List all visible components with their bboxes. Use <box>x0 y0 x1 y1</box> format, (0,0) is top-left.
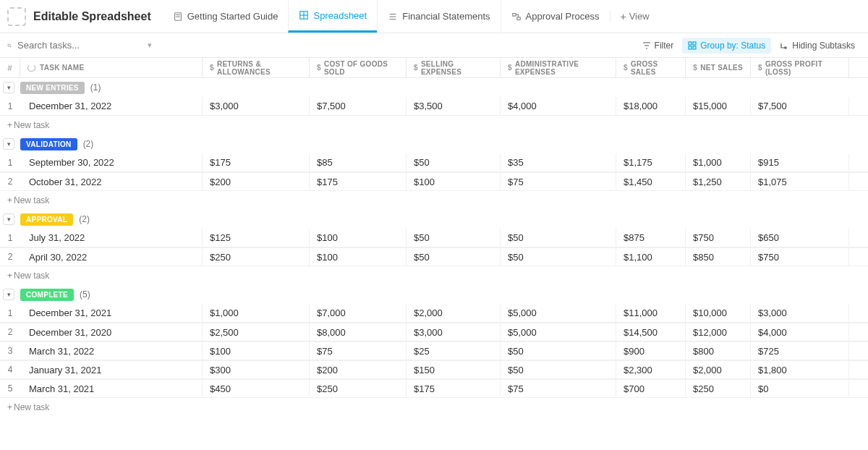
cell-gross-sales[interactable]: $14,500 <box>616 323 686 341</box>
cell-admin[interactable]: $5,000 <box>501 323 616 341</box>
cell-gross-sales[interactable]: $1,100 <box>616 248 686 266</box>
collapse-icon[interactable]: ▾ <box>3 289 14 300</box>
cell-gross-profit[interactable]: $915 <box>751 153 849 171</box>
cell-selling[interactable]: $50 <box>407 248 501 266</box>
table-row[interactable]: 1 September 30, 2022 $175 $85 $50 $35 $1… <box>0 153 868 172</box>
table-row[interactable]: 1 July 31, 2022 $125 $100 $50 $50 $875 $… <box>0 229 868 247</box>
new-task-button[interactable]: + New task <box>0 116 868 135</box>
cell-returns[interactable]: $1,000 <box>203 304 310 322</box>
cell-admin[interactable]: $35 <box>501 153 616 171</box>
cell-gross-sales[interactable]: $1,450 <box>616 173 686 190</box>
cell-admin[interactable]: $50 <box>501 248 616 266</box>
cell-gross-sales[interactable]: $2,300 <box>616 361 686 378</box>
cell-selling[interactable]: $175 <box>407 380 501 397</box>
cell-net-sales[interactable]: $750 <box>686 229 751 247</box>
cell-gross-profit[interactable]: $0 <box>751 380 849 397</box>
cell-net-sales[interactable]: $850 <box>686 248 751 266</box>
task-cell[interactable]: September 30, 2022 <box>20 153 203 171</box>
new-task-button[interactable]: + New task <box>0 191 868 210</box>
collapse-icon[interactable]: ▾ <box>3 82 14 93</box>
task-cell[interactable]: April 30, 2022 <box>20 248 203 266</box>
col-cogs[interactable]: $COST OF GOODS SOLD <box>310 58 407 77</box>
new-task-button[interactable]: + New task <box>0 398 868 417</box>
cell-cogs[interactable]: $200 <box>310 361 407 378</box>
cell-gross-profit[interactable]: $3,000 <box>751 304 849 322</box>
cell-gross-profit[interactable]: $7,500 <box>751 97 849 115</box>
cell-gross-profit[interactable]: $725 <box>751 342 849 360</box>
cell-net-sales[interactable]: $15,000 <box>686 97 751 115</box>
cell-returns[interactable]: $125 <box>203 229 310 247</box>
cell-admin[interactable]: $75 <box>501 173 616 190</box>
chevron-down-icon[interactable]: ▾ <box>148 41 152 50</box>
col-returns-allowances[interactable]: $RETURNS & ALLOWANCES <box>203 58 310 77</box>
cell-cogs[interactable]: $100 <box>310 229 407 247</box>
cell-returns[interactable]: $250 <box>203 248 310 266</box>
col-task-name[interactable]: TASK NAME <box>20 58 203 77</box>
status-badge[interactable]: APPROVAL <box>20 213 73 226</box>
cell-cogs[interactable]: $175 <box>310 173 407 190</box>
search-input[interactable] <box>17 40 139 51</box>
cell-selling[interactable]: $25 <box>407 342 501 360</box>
cell-gross-sales[interactable]: $900 <box>616 342 686 360</box>
cell-returns[interactable]: $100 <box>203 342 310 360</box>
cell-gross-sales[interactable]: $875 <box>616 229 686 247</box>
cell-cogs[interactable]: $8,000 <box>310 323 407 341</box>
filter-button[interactable]: Filter <box>637 38 680 54</box>
cell-gross-profit[interactable]: $650 <box>751 229 849 247</box>
cell-admin[interactable]: $75 <box>501 380 616 397</box>
task-cell[interactable]: December 31, 2020 <box>20 323 203 341</box>
table-row[interactable]: 4 January 31, 2021 $300 $200 $150 $50 $2… <box>0 360 868 379</box>
task-cell[interactable]: March 31, 2021 <box>20 380 203 397</box>
status-badge[interactable]: NEW ENTRIES <box>20 82 85 94</box>
cell-admin[interactable]: $4,000 <box>501 97 616 115</box>
task-cell[interactable]: December 31, 2022 <box>20 97 203 115</box>
table-row[interactable]: 2 October 31, 2022 $200 $175 $100 $75 $1… <box>0 172 868 191</box>
cell-cogs[interactable]: $75 <box>310 342 407 360</box>
cell-net-sales[interactable]: $800 <box>686 342 751 360</box>
cell-cogs[interactable]: $250 <box>310 380 407 397</box>
hiding-button[interactable]: Hiding Subtasks <box>774 38 861 54</box>
cell-gross-sales[interactable]: $700 <box>616 380 686 397</box>
cell-gross-profit[interactable]: $1,800 <box>751 361 849 378</box>
cell-selling[interactable]: $3,000 <box>407 323 501 341</box>
cell-admin[interactable]: $50 <box>501 361 616 378</box>
cell-net-sales[interactable]: $2,000 <box>686 361 751 378</box>
cell-net-sales[interactable]: $1,000 <box>686 153 751 171</box>
cell-net-sales[interactable]: $10,000 <box>686 304 751 322</box>
cell-cogs[interactable]: $100 <box>310 248 407 266</box>
cell-admin[interactable]: $50 <box>501 229 616 247</box>
cell-gross-sales[interactable]: $1,175 <box>616 153 686 171</box>
collapse-icon[interactable]: ▾ <box>3 213 14 225</box>
cell-gross-sales[interactable]: $18,000 <box>616 97 686 115</box>
cell-admin[interactable]: $5,000 <box>501 304 616 322</box>
add-view-button[interactable]: + View <box>610 11 660 22</box>
cell-selling[interactable]: $50 <box>407 153 501 171</box>
tab-getting-started[interactable]: Getting Started Guide <box>163 0 289 33</box>
cell-returns[interactable]: $3,000 <box>203 97 310 115</box>
cell-selling[interactable]: $100 <box>407 173 501 190</box>
table-row[interactable]: 2 December 31, 2020 $2,500 $8,000 $3,000… <box>0 323 868 341</box>
cell-selling[interactable]: $2,000 <box>407 304 501 322</box>
task-cell[interactable]: October 31, 2022 <box>20 173 203 190</box>
task-cell[interactable]: July 31, 2022 <box>20 229 203 247</box>
cell-selling[interactable]: $150 <box>407 361 501 378</box>
task-cell[interactable]: January 31, 2021 <box>20 361 203 378</box>
table-row[interactable]: 1 December 31, 2021 $1,000 $7,000 $2,000… <box>0 304 868 323</box>
col-selling-exp[interactable]: $SELLING EXPENSES <box>407 58 501 77</box>
cell-selling[interactable]: $50 <box>407 229 501 247</box>
col-net-sales[interactable]: $NET SALES <box>686 58 751 77</box>
tab-spreadsheet[interactable]: Spreadsheet <box>288 0 377 33</box>
table-row[interactable]: 2 April 30, 2022 $250 $100 $50 $50 $1,10… <box>0 247 868 266</box>
cell-net-sales[interactable]: $250 <box>686 380 751 397</box>
cell-gross-profit[interactable]: $4,000 <box>751 323 849 341</box>
cell-gross-sales[interactable]: $11,000 <box>616 304 686 322</box>
cell-returns[interactable]: $175 <box>203 153 310 171</box>
cell-cogs[interactable]: $85 <box>310 153 407 171</box>
task-cell[interactable]: December 31, 2021 <box>20 304 203 322</box>
tab-financial[interactable]: Financial Statements <box>377 0 500 33</box>
cell-net-sales[interactable]: $1,250 <box>686 173 751 190</box>
tab-approval[interactable]: Approval Process <box>501 0 610 33</box>
cell-net-sales[interactable]: $12,000 <box>686 323 751 341</box>
cell-returns[interactable]: $450 <box>203 380 310 397</box>
new-task-button[interactable]: + New task <box>0 266 868 285</box>
